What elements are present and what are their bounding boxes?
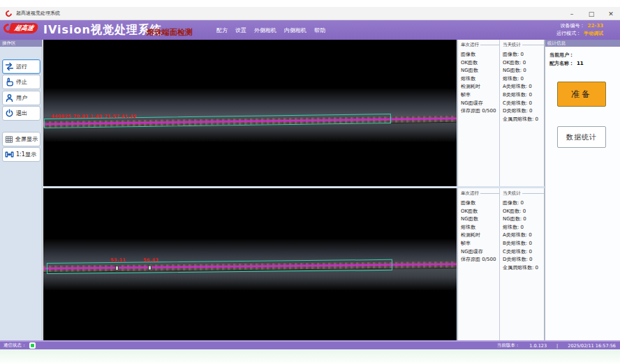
menu-item[interactable]: 帮助 xyxy=(314,26,325,34)
header-info: 设备编号：22-33 运行模式：手动调试 xyxy=(556,22,603,38)
run-button-label: 运行 xyxy=(16,63,27,70)
today-stats-header: 当天统计 xyxy=(503,190,544,197)
desktop-edge xyxy=(0,349,620,364)
stop-button-label: 停止 xyxy=(16,78,27,86)
prepare-button[interactable]: 准备 xyxy=(557,82,606,107)
stat-row: NG图数: 0 xyxy=(503,67,544,75)
stat-row: OK图数 xyxy=(461,208,499,216)
menu-item[interactable]: 设置 xyxy=(235,26,246,34)
stat-row: 帧率 xyxy=(461,91,499,100)
status-bar: 通信状态： 当前版本： 1.0.123 | 2025/02/11 16:57:5… xyxy=(0,340,620,349)
stat-row: A类熔珠数: 0 xyxy=(503,232,544,240)
exit-button-label: 退出 xyxy=(16,109,27,117)
stat-row: 图像数 xyxy=(461,51,499,59)
user-button[interactable]: 用户 xyxy=(2,91,40,105)
stat-row: B类熔珠数: 0 xyxy=(503,91,544,100)
stat-row: NG图缓存 xyxy=(461,100,499,108)
today-stats-rows: 图像数: 0OK图数: 0NG图数: 0熔珠数: 0A类熔珠数: 0B类熔珠数:… xyxy=(503,199,544,272)
stat-row: D类熔珠数: 0 xyxy=(503,107,544,116)
brand-logo-text: 超高速 xyxy=(8,23,39,33)
fullscreen-button-label: 全屏显示 xyxy=(15,135,38,143)
version-value: 1.0.123 xyxy=(529,343,547,349)
stat-row: NG图数: 0 xyxy=(503,215,544,224)
fullscreen-button[interactable]: 全屏显示 xyxy=(2,132,40,146)
stat-row: OK图数: 0 xyxy=(503,59,544,68)
fullscreen-grid-icon xyxy=(5,135,13,144)
app-logo-icon xyxy=(4,9,13,18)
status-datetime: 2025/02/11 16:57:56 xyxy=(568,343,616,349)
camera-view-outer[interactable]: 440825 70.83 1.49 71.57 41.49 xyxy=(43,40,457,186)
stats-panel-outer: 单次运行 图像数OK图数NG图数熔珠数检测耗时帧率NG图缓存保存原图 0/500… xyxy=(457,40,545,186)
single-run-rows: 图像数OK图数NG图数熔珠数检测耗时帧率NG图缓存保存原图 0/500 xyxy=(461,199,499,264)
stat-row: 图像数: 0 xyxy=(503,199,544,208)
run-button[interactable]: 运行 xyxy=(2,59,40,74)
measurement-annotation: 440825 70.83 1.49 71.57 41.49 xyxy=(51,114,137,119)
statistics-info-panel: 统计信息 当前用户： 配方名称：11 准备 数据统计 xyxy=(545,40,620,340)
brand-logo: 超高速 xyxy=(3,23,38,33)
stat-row: C类熔珠数: 0 xyxy=(503,248,544,257)
menu-item[interactable]: 配方 xyxy=(216,26,228,34)
minimize-button[interactable]: – xyxy=(567,10,577,17)
run-mode-value: 手动调试 xyxy=(584,31,603,36)
data-statistics-button[interactable]: 数据统计 xyxy=(557,126,606,148)
comm-status-label: 通信状态： xyxy=(3,342,27,349)
stat-row: NG图数 xyxy=(461,215,499,224)
menubar: 配方设置外侧相机内侧相机帮助 xyxy=(216,20,325,40)
run-cycle-icon xyxy=(5,62,14,71)
stat-row: 检测耗时 xyxy=(461,232,499,240)
app-subtitle: 熔珠端面检测 xyxy=(147,27,193,38)
stat-row: A类熔珠数: 0 xyxy=(503,83,544,91)
window-title: 超高速视觉处理系统 xyxy=(16,10,60,17)
close-button[interactable]: ✕ xyxy=(606,10,616,17)
current-user-label: 当前用户： xyxy=(549,52,574,58)
stat-row: NG图数 xyxy=(461,67,499,75)
stat-row: 金属屑熔珠数: 0 xyxy=(503,264,544,273)
stat-row: B类熔珠数: 0 xyxy=(503,240,544,248)
status-separator: | xyxy=(556,343,558,349)
stat-row: D类熔珠数: 0 xyxy=(503,256,544,264)
one-to-one-icon xyxy=(5,150,14,159)
stop-hand-icon xyxy=(5,77,14,86)
stat-row: OK图数: 0 xyxy=(503,208,544,216)
app-header: 超高速 IVision视觉处理系统 熔珠端面检测 配方设置外侧相机内侧相机帮助 … xyxy=(0,20,620,40)
app-title: IVision视觉处理系统 xyxy=(43,23,162,38)
version-label: 当前版本： xyxy=(497,342,520,349)
power-icon xyxy=(5,109,14,118)
stop-button[interactable]: 停止 xyxy=(2,75,40,89)
camera-view-inner[interactable]: 53.11 56.43 xyxy=(43,188,457,340)
recipe-name-value: 11 xyxy=(577,61,584,66)
stat-row: NG图缓存 xyxy=(461,248,499,257)
single-run-header: 单次运行 xyxy=(461,42,499,48)
stat-row: C类熔珠数: 0 xyxy=(503,100,544,108)
comm-status-indicator xyxy=(29,342,36,349)
user-button-label: 用户 xyxy=(16,94,27,102)
operations-sidebar: 操作区 运行 停止 用户 退出 xyxy=(0,40,43,340)
device-id-label: 设备编号： xyxy=(561,23,585,29)
one-to-one-button-label: 1:1显示 xyxy=(16,151,36,158)
user-icon xyxy=(5,93,14,103)
one-to-one-button[interactable]: 1:1显示 xyxy=(2,147,40,162)
stat-row: OK图数 xyxy=(461,59,499,68)
stat-row: 熔珠数 xyxy=(461,224,499,232)
maximize-button[interactable]: □ xyxy=(586,10,596,17)
today-stats-rows: 图像数: 0OK图数: 0NG图数: 0熔珠数: 0A类熔珠数: 0B类熔珠数:… xyxy=(503,51,544,123)
stat-row: 保存原图 0/500 xyxy=(461,256,499,264)
run-mode-label: 运行模式： xyxy=(556,31,581,36)
os-titlebar: 超高速视觉处理系统 – □ ✕ xyxy=(0,7,620,20)
single-run-header: 单次运行 xyxy=(461,190,499,197)
measurement-annotation: 53.11 xyxy=(110,257,126,263)
stat-row: 金属屑熔珠数: 0 xyxy=(503,116,544,124)
stat-row: 图像数: 0 xyxy=(503,51,544,59)
stat-row: 帧率 xyxy=(461,240,499,248)
today-stats-header: 当天统计 xyxy=(503,42,544,48)
recipe-name-label: 配方名称： xyxy=(549,61,574,66)
info-panel-title: 统计信息 xyxy=(545,40,620,47)
stat-row: 检测耗时 xyxy=(461,83,499,91)
menu-item[interactable]: 外侧相机 xyxy=(254,26,276,34)
sidebar-title: 操作区 xyxy=(0,40,42,47)
stat-row: 熔珠数 xyxy=(461,75,499,84)
exit-button[interactable]: 退出 xyxy=(2,106,40,121)
menu-item[interactable]: 内侧相机 xyxy=(284,26,307,34)
stat-row: 保存原图 0/500 xyxy=(461,107,499,116)
single-run-rows: 图像数OK图数NG图数熔珠数检测耗时帧率NG图缓存保存原图 0/500 xyxy=(461,51,499,116)
